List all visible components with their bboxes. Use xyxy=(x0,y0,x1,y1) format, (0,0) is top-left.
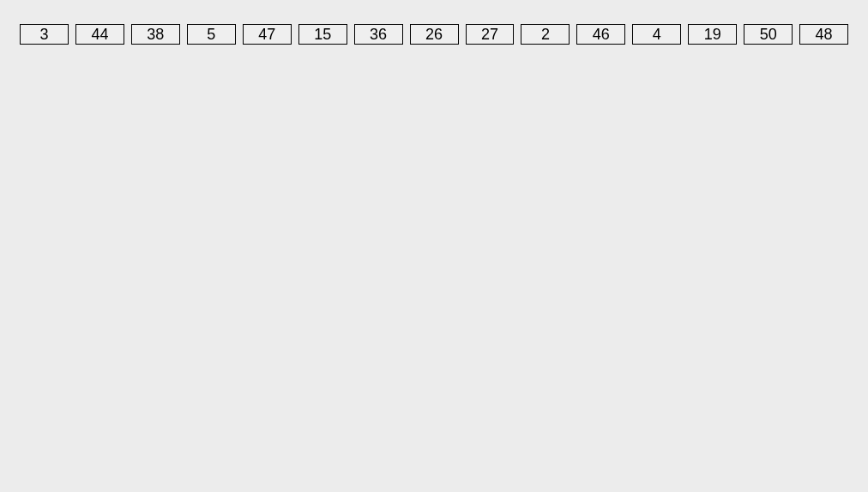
number-button-1[interactable]: 44 xyxy=(75,24,124,45)
number-button-4[interactable]: 47 xyxy=(243,24,292,45)
number-button-14[interactable]: 48 xyxy=(799,24,848,45)
number-button-10[interactable]: 46 xyxy=(576,24,625,45)
number-button-7[interactable]: 26 xyxy=(410,24,459,45)
number-button-11[interactable]: 4 xyxy=(632,24,681,45)
number-button-13[interactable]: 50 xyxy=(744,24,793,45)
number-button-5[interactable]: 15 xyxy=(298,24,347,45)
number-button-12[interactable]: 19 xyxy=(688,24,737,45)
number-button-0[interactable]: 3 xyxy=(20,24,69,45)
number-button-3[interactable]: 5 xyxy=(187,24,236,45)
number-button-9[interactable]: 2 xyxy=(521,24,570,45)
number-button-6[interactable]: 36 xyxy=(354,24,403,45)
button-row: 3 44 38 5 47 15 36 26 27 2 46 4 19 50 48 xyxy=(0,0,868,45)
number-button-8[interactable]: 27 xyxy=(466,24,515,45)
number-button-2[interactable]: 38 xyxy=(131,24,180,45)
